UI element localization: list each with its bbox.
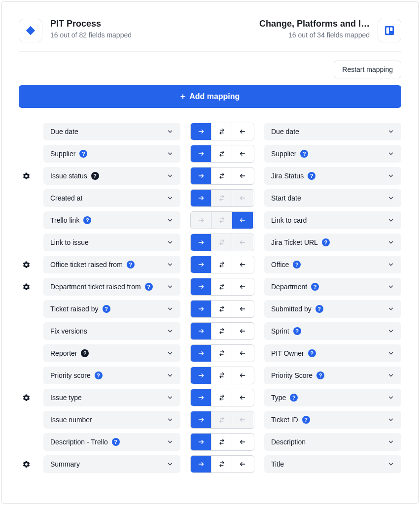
restart-mapping-button[interactable]: Restart mapping (334, 61, 401, 78)
field-select-right[interactable]: Priority Score? (264, 367, 401, 384)
direction-right-button[interactable] (191, 301, 211, 317)
field-select-right[interactable]: Submitted by? (264, 300, 401, 318)
direction-right-button[interactable] (191, 411, 211, 428)
direction-both-button[interactable] (211, 456, 232, 472)
field-select-left[interactable]: Description - Trello? (43, 433, 180, 451)
field-select-left[interactable]: Summary (43, 455, 180, 473)
direction-left-button[interactable] (232, 212, 253, 229)
source-header: PIT Process 16 out of 82 fields mapped (19, 19, 132, 42)
direction-left-button[interactable] (232, 301, 253, 317)
field-label: Due date (271, 128, 299, 135)
direction-left-button[interactable] (232, 145, 253, 162)
direction-right-button[interactable] (191, 345, 211, 362)
field-select-right[interactable]: PIT Owner? (264, 344, 401, 362)
field-select-left[interactable]: Priority score? (43, 367, 180, 384)
chevron-down-icon (167, 283, 174, 290)
direction-both-button[interactable] (211, 434, 232, 450)
direction-right-button[interactable] (191, 123, 211, 140)
direction-right-button[interactable] (191, 234, 211, 251)
direction-both-button[interactable] (211, 168, 232, 184)
direction-right-button[interactable] (191, 145, 211, 162)
target-subtitle: 16 out of 34 fields mapped (259, 31, 370, 39)
direction-both-button[interactable] (211, 278, 232, 295)
direction-left-button[interactable] (232, 256, 253, 273)
direction-left-button (232, 234, 253, 251)
field-select-left[interactable]: Department ticket raised from? (43, 278, 180, 296)
direction-left-button[interactable] (232, 389, 253, 406)
direction-both-button[interactable] (211, 256, 232, 273)
gear-icon[interactable] (22, 394, 31, 402)
field-select-left[interactable]: Link to issue (43, 234, 180, 251)
chevron-down-icon (167, 195, 174, 202)
field-select-left[interactable]: Fix versions (43, 322, 180, 340)
field-select-right[interactable]: Start date (264, 189, 401, 207)
gear-icon[interactable] (22, 283, 31, 291)
field-select-left[interactable]: Issue type (43, 389, 180, 406)
direction-right-button[interactable] (191, 168, 211, 184)
direction-left-button[interactable] (232, 123, 253, 140)
gear-icon[interactable] (22, 460, 31, 469)
field-select-right[interactable]: Link to card (264, 211, 401, 229)
direction-both-button[interactable] (211, 323, 232, 339)
settings-slot (19, 167, 34, 185)
field-select-right[interactable]: Title (264, 455, 401, 473)
direction-left-button[interactable] (232, 434, 253, 450)
direction-right-button[interactable] (191, 456, 211, 472)
settings-slot (19, 145, 34, 163)
direction-right-button[interactable] (191, 256, 211, 273)
chevron-down-icon (167, 416, 174, 423)
gear-icon[interactable] (22, 261, 31, 269)
field-select-right[interactable]: Office? (264, 256, 401, 273)
svg-rect-2 (390, 28, 393, 31)
chevron-down-icon (167, 128, 174, 135)
direction-both-button[interactable] (211, 123, 232, 140)
add-mapping-button[interactable]: + Add mapping (19, 85, 401, 108)
field-select-left[interactable]: Reporter? (43, 344, 180, 362)
direction-left-button[interactable] (232, 345, 253, 362)
gear-icon[interactable] (22, 172, 31, 180)
field-select-right[interactable]: Due date (264, 123, 401, 140)
direction-right-button[interactable] (191, 434, 211, 450)
field-select-right[interactable]: Type? (264, 389, 401, 406)
field-select-left[interactable]: Issue status? (43, 167, 180, 185)
direction-both-button[interactable] (211, 145, 232, 162)
direction-right-button[interactable] (191, 190, 211, 206)
field-select-left[interactable]: Issue number (43, 411, 180, 429)
field-label: Due date (50, 128, 78, 135)
field-select-left[interactable]: Ticket raised by? (43, 300, 180, 318)
field-select-right[interactable]: Supplier? (264, 145, 401, 163)
field-select-right[interactable]: Ticket ID? (264, 411, 401, 429)
direction-right-button[interactable] (191, 323, 211, 339)
field-select-right[interactable]: Description (264, 433, 401, 451)
field-select-left[interactable]: Office ticket raised from? (43, 256, 180, 273)
field-select-left[interactable]: Trello link? (43, 211, 180, 229)
field-select-right[interactable]: Jira Status? (264, 167, 401, 185)
chevron-down-icon (387, 283, 394, 290)
field-select-left[interactable]: Due date (43, 123, 180, 140)
direction-right-button[interactable] (191, 389, 211, 406)
field-select-right[interactable]: Jira Ticket URL? (264, 234, 401, 251)
direction-left-button[interactable] (232, 323, 253, 339)
info-icon: ? (290, 394, 298, 402)
direction-both-button[interactable] (211, 367, 232, 384)
direction-both-button[interactable] (211, 345, 232, 362)
field-select-left[interactable]: Created at (43, 189, 180, 207)
field-select-left[interactable]: Supplier? (43, 145, 180, 163)
direction-toggle (190, 211, 254, 229)
field-select-right[interactable]: Department? (264, 278, 401, 296)
chevron-down-icon (387, 217, 394, 224)
field-select-right[interactable]: Sprint? (264, 322, 401, 340)
direction-left-button[interactable] (232, 278, 253, 295)
direction-both-button[interactable] (211, 301, 232, 317)
info-icon: ? (293, 261, 301, 269)
direction-right-button[interactable] (191, 278, 211, 295)
direction-left-button[interactable] (232, 168, 253, 184)
direction-right-button[interactable] (191, 367, 211, 384)
chevron-down-icon (387, 438, 394, 445)
info-icon: ? (322, 238, 330, 246)
direction-left-button[interactable] (232, 367, 253, 384)
chevron-down-icon (167, 261, 174, 268)
field-label: Issue type (50, 394, 82, 402)
direction-left-button[interactable] (232, 456, 253, 472)
direction-both-button[interactable] (211, 389, 232, 406)
